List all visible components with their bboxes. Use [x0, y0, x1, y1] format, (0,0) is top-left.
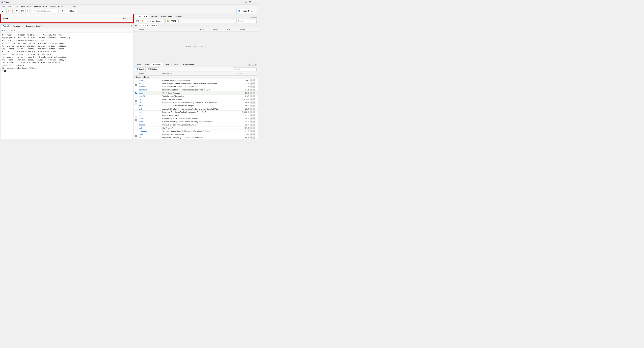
pkg-checkbox-bit64[interactable] [135, 105, 137, 107]
pkg-checkbox-base64enc[interactable] [135, 95, 137, 97]
pkg-checkbox-backports[interactable] [135, 89, 137, 91]
pkg-name-blob[interactable]: blob [139, 108, 162, 110]
pkg-update-btn-cli[interactable] [250, 136, 252, 139]
pkg-update-btn-boot[interactable] [250, 111, 252, 113]
pkg-name-backports[interactable]: backports [139, 89, 162, 91]
pkg-delete-btn-cli[interactable] [253, 136, 255, 139]
menu-file[interactable]: File [1, 5, 6, 8]
pkg-checkbox-boot[interactable] [135, 111, 137, 113]
pkg-checkbox-arm[interactable] [135, 82, 137, 85]
pkg-update-btn-askpass[interactable] [250, 85, 252, 88]
restore-button[interactable]: ❐ [248, 0, 252, 4]
pkg-delete-btn-brio[interactable] [253, 114, 255, 116]
update-packages-button[interactable]: 🔄 Update [146, 67, 159, 71]
menu-edit[interactable]: Edit [6, 5, 12, 8]
pkg-checkbox-cachem[interactable] [135, 124, 137, 126]
background-jobs-tab-close[interactable]: ✕ [40, 25, 42, 27]
global-environment-button[interactable]: Global Environment ▾ [138, 24, 158, 27]
tab-background-jobs[interactable]: Background Jobs ✕ [24, 24, 44, 28]
save-env-button[interactable]: 💾 [135, 19, 140, 23]
pkg-name-bit64[interactable]: bit64 [139, 105, 162, 107]
pkg-delete-btn-arm[interactable] [253, 82, 255, 85]
pkg-name-class[interactable]: class [139, 133, 162, 135]
pkg-name-abind[interactable]: abind [139, 79, 162, 81]
pkg-delete-btn-BH[interactable] [253, 98, 255, 100]
pkg-delete-btn-callr[interactable] [253, 127, 255, 129]
tab-terminal[interactable]: Terminal ✕ [12, 24, 24, 28]
pkg-update-btn-arm[interactable] [250, 82, 252, 85]
pkg-checkbox-cellranger[interactable] [135, 130, 137, 132]
pkg-delete-btn-broom[interactable] [253, 117, 255, 120]
pkg-checkbox-bslib[interactable] [135, 120, 137, 123]
tab-viewer[interactable]: Viewer [172, 63, 181, 66]
pkg-update-btn-bit64[interactable] [250, 105, 252, 107]
pkg-delete-btn-bslib[interactable] [253, 120, 255, 123]
pkg-delete-btn-abind[interactable] [253, 79, 255, 81]
pkg-checkbox-callr[interactable] [135, 127, 137, 129]
tab-plots[interactable]: Plots [143, 63, 151, 66]
minimize-button[interactable]: — [244, 0, 248, 4]
pkg-checkbox-cli[interactable] [135, 136, 137, 139]
pkg-search-input[interactable] [233, 67, 256, 71]
source-minimize-button[interactable]: — [125, 17, 128, 20]
pkg-update-btn-callr[interactable] [250, 127, 252, 129]
tab-connections[interactable]: Connections [159, 14, 174, 18]
pkg-checkbox-abind[interactable] [135, 79, 137, 81]
pkg-name-bslib[interactable]: bslib [139, 121, 162, 123]
menu-debug[interactable]: Debug [49, 5, 57, 8]
pkg-delete-btn-bit64[interactable] [253, 105, 255, 107]
new-file-button[interactable]: ●▾ [1, 9, 6, 13]
pkg-name-base[interactable]: base [139, 92, 162, 94]
menu-help[interactable]: Help [72, 5, 78, 8]
pkg-settings-button[interactable]: ⚙ [254, 63, 257, 66]
pkg-delete-btn-cellranger[interactable] [253, 130, 255, 132]
open-file-button[interactable]: 📂▾ [6, 9, 12, 13]
pkg-checkbox-askpass[interactable] [135, 85, 137, 88]
pkg-name-askpass[interactable]: askpass [139, 86, 162, 88]
pkg-update-btn-abind[interactable] [250, 79, 252, 81]
code-tools-button[interactable]: ⚙▾ [61, 9, 66, 13]
pkg-name-base64enc[interactable]: base64enc [139, 95, 162, 97]
pkg-delete-btn-base64enc[interactable] [253, 95, 255, 97]
pkg-name-BH[interactable]: BH [139, 98, 162, 100]
tab-tutorial[interactable]: Tutorial [174, 14, 184, 18]
tab-packages[interactable]: Packages [151, 63, 164, 66]
menu-profile[interactable]: Profile [57, 5, 65, 8]
source-maximize-button[interactable]: □ [129, 17, 132, 20]
pkg-delete-btn-backports[interactable] [253, 89, 255, 91]
project-button[interactable]: 👤 Project: (None) ▾ [236, 9, 256, 13]
pkg-update-btn-cellranger[interactable] [250, 130, 252, 132]
addins-button[interactable]: Addins ▾ [67, 9, 77, 13]
pkg-update-btn-bit[interactable] [250, 101, 252, 104]
tab-help[interactable]: Help [164, 63, 172, 66]
pkg-name-brio[interactable]: brio [139, 114, 162, 116]
save-all-button[interactable]: 💾 [20, 9, 25, 13]
pkg-delete-btn-askpass[interactable] [253, 85, 255, 88]
tab-environment[interactable]: Environment [135, 14, 150, 18]
pkg-update-btn-BH[interactable] [250, 98, 252, 100]
tab-console[interactable]: Console [1, 24, 12, 28]
pkg-delete-btn-boot[interactable] [253, 111, 255, 113]
menu-plots[interactable]: Plots [26, 5, 33, 8]
terminal-tab-close[interactable]: ✕ [21, 25, 22, 27]
env-search-input[interactable] [236, 19, 256, 23]
clear-env-button[interactable]: 🧹 [178, 19, 183, 23]
env-maximize-button[interactable]: □ [254, 15, 257, 17]
menu-code[interactable]: Code [12, 5, 19, 8]
pkg-checkbox-BH[interactable] [135, 98, 137, 100]
print-button[interactable]: 🖨 [26, 9, 30, 13]
pkg-update-btn-bslib[interactable] [250, 120, 252, 123]
console-output[interactable]: R version 4.3.0 (2023-04-21 ucrt) -- "Al… [0, 33, 134, 139]
menu-tools[interactable]: Tools [65, 5, 72, 8]
pkg-checkbox-brio[interactable] [135, 114, 137, 116]
console-maximize-button[interactable]: □ [130, 25, 133, 27]
tab-presentation[interactable]: Presentation [181, 63, 196, 66]
env-minimize-button[interactable]: — [251, 15, 254, 17]
pkg-minimize-button[interactable]: — [248, 63, 251, 66]
pkg-update-btn-base[interactable] [250, 92, 252, 94]
pkg-checkbox-base[interactable] [135, 92, 137, 94]
pkg-name-cli[interactable]: cli [139, 137, 162, 139]
pkg-delete-btn-blob[interactable] [253, 108, 255, 110]
goto-input[interactable]: 🔍 Go to file/function [32, 9, 59, 13]
pkg-maximize-button[interactable]: □ [251, 63, 254, 66]
